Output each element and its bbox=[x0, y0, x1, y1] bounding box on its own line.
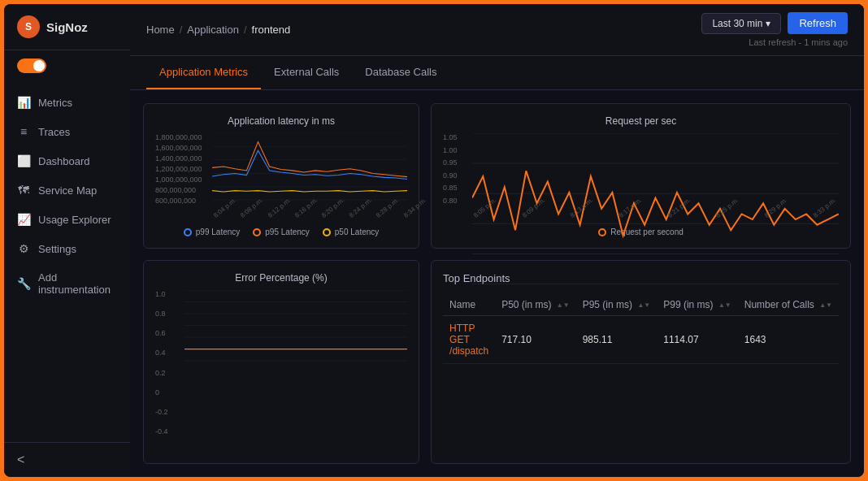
sidebar-item-add-instrumentation[interactable]: 🔧 Add instrumentation bbox=[4, 263, 130, 304]
time-selector-label: Last 30 min bbox=[712, 18, 762, 29]
sidebar-nav: 📊 Metrics ≡ Traces ⬜ Dashboard 🗺 Service… bbox=[4, 81, 130, 442]
col-p50[interactable]: P50 (in ms) ▲▼ bbox=[495, 294, 576, 316]
tab-external-calls[interactable]: External Calls bbox=[261, 56, 352, 89]
sidebar-item-metrics-label: Metrics bbox=[38, 97, 72, 109]
endpoint-p50: 717.10 bbox=[495, 316, 576, 364]
legend-p99: p99 Latency bbox=[184, 228, 241, 236]
sort-arrows-p99: ▲▼ bbox=[718, 301, 731, 309]
sort-arrows-p50: ▲▼ bbox=[557, 301, 570, 309]
endpoint-link[interactable]: HTTP GET /dispatch bbox=[449, 323, 488, 357]
sort-arrows-p95: ▲▼ bbox=[637, 301, 650, 309]
table-row: HTTP GET /dispatch 717.10 985.11 1114.07… bbox=[443, 316, 839, 364]
requests-chart-card: Request per sec 1.05 1.00 0.95 0.90 0.85… bbox=[431, 103, 851, 249]
sidebar-bottom: < bbox=[4, 442, 130, 477]
endpoints-card: Top Endpoints Name P50 (in ms) ▲▼ bbox=[431, 260, 851, 464]
last-refresh-label: Last refresh - 1 mins ago bbox=[749, 37, 848, 47]
error-chart-title: Error Percentage (%) bbox=[155, 272, 407, 284]
app-name: SigNoz bbox=[46, 20, 88, 34]
latency-chart-container: 1,800,000,000 1,600,000,000 1,400,000,00… bbox=[155, 133, 407, 221]
main-content: Home / Application / frontend Last 30 mi… bbox=[130, 4, 864, 477]
endpoint-p99: 1114.07 bbox=[657, 316, 738, 364]
latency-legend: p99 Latency p95 Latency p50 Latency bbox=[155, 228, 407, 236]
breadcrumb-current: frontend bbox=[252, 24, 291, 36]
sidebar-item-usage-explorer[interactable]: 📈 Usage Explorer bbox=[4, 205, 130, 234]
legend-p95-dot bbox=[253, 228, 261, 236]
latency-x-axis: 8:04 p.m. 8:08 p.m. 8:12 p.m. 8:16 p.m. … bbox=[212, 214, 407, 221]
breadcrumb-home[interactable]: Home bbox=[146, 24, 175, 36]
header: Home / Application / frontend Last 30 mi… bbox=[130, 4, 864, 56]
legend-p99-dot bbox=[184, 228, 192, 236]
requests-x-axis: 8:05 p.m. 8:09 p.m. 8:13 p.m. 8:17 p.m. … bbox=[472, 214, 839, 221]
col-name: Name bbox=[443, 294, 495, 316]
tab-application-metrics[interactable]: Application Metrics bbox=[146, 56, 261, 89]
col-calls[interactable]: Number of Calls ▲▼ bbox=[738, 294, 839, 316]
service-map-icon: 🗺 bbox=[17, 184, 30, 197]
logo-icon: S bbox=[17, 15, 40, 38]
time-selector[interactable]: Last 30 min ▾ bbox=[701, 13, 781, 34]
tab-database-calls[interactable]: Database Calls bbox=[352, 56, 449, 89]
latency-y-axis: 1,800,000,000 1,600,000,000 1,400,000,00… bbox=[155, 133, 202, 205]
sidebar-item-add-instrumentation-label: Add instrumentation bbox=[38, 271, 117, 296]
endpoint-calls: 1643 bbox=[738, 316, 839, 364]
theme-toggle[interactable] bbox=[17, 58, 46, 73]
sidebar-collapse-button[interactable]: < bbox=[17, 453, 24, 466]
error-chart-svg bbox=[184, 290, 407, 375]
breadcrumb-app[interactable]: Application bbox=[187, 24, 239, 36]
latency-chart-title: Application latency in ms bbox=[155, 115, 407, 127]
sidebar-item-service-map-label: Service Map bbox=[38, 184, 97, 197]
sidebar-item-metrics[interactable]: 📊 Metrics bbox=[4, 88, 130, 117]
sidebar-item-dashboard-label: Dashboard bbox=[38, 155, 90, 167]
endpoints-table: Name P50 (in ms) ▲▼ P95 (in ms) ▲▼ bbox=[443, 294, 839, 364]
requests-chart-title: Request per sec bbox=[443, 115, 839, 127]
settings-icon: ⚙ bbox=[17, 242, 30, 255]
header-controls: Last 30 min ▾ Refresh Last refresh - 1 m… bbox=[701, 12, 848, 47]
dashboard-icon: ⬜ bbox=[17, 154, 30, 167]
chevron-down-icon: ▾ bbox=[766, 18, 770, 29]
sidebar-item-settings-label: Settings bbox=[38, 243, 76, 255]
header-top-controls: Last 30 min ▾ Refresh bbox=[701, 12, 848, 34]
error-chart-container: 1.0 0.8 0.6 0.4 0.2 0 -0.2 -0.4 bbox=[155, 290, 407, 452]
legend-p50: p50 Latency bbox=[323, 228, 380, 236]
breadcrumb-sep-2: / bbox=[244, 24, 247, 36]
breadcrumb-sep-1: / bbox=[180, 24, 183, 36]
legend-p95: p95 Latency bbox=[253, 228, 310, 236]
tabs-bar: Application Metrics External Calls Datab… bbox=[130, 56, 864, 90]
requests-y-axis: 1.05 1.00 0.95 0.90 0.85 0.80 bbox=[443, 133, 469, 205]
legend-p50-dot bbox=[323, 228, 331, 236]
sidebar-item-usage-explorer-label: Usage Explorer bbox=[38, 214, 111, 226]
latency-chart-card: Application latency in ms 1,800,000,000 … bbox=[143, 103, 419, 249]
add-instrumentation-icon: 🔧 bbox=[17, 277, 30, 290]
sidebar-item-traces[interactable]: ≡ Traces bbox=[4, 117, 130, 146]
sidebar-item-service-map[interactable]: 🗺 Service Map bbox=[4, 176, 130, 205]
breadcrumb: Home / Application / frontend bbox=[146, 24, 290, 36]
charts-area: Application latency in ms 1,800,000,000 … bbox=[130, 90, 864, 477]
metrics-icon: 📊 bbox=[17, 96, 30, 109]
sidebar-logo: S SigNoz bbox=[4, 4, 130, 50]
sidebar-item-dashboard[interactable]: ⬜ Dashboard bbox=[4, 146, 130, 176]
col-p95[interactable]: P95 (in ms) ▲▼ bbox=[576, 294, 658, 316]
endpoint-name: HTTP GET /dispatch bbox=[443, 316, 495, 364]
sort-arrows-calls: ▲▼ bbox=[819, 301, 832, 309]
refresh-button[interactable]: Refresh bbox=[788, 12, 848, 34]
error-chart-card: Error Percentage (%) 1.0 0.8 0.6 0.4 0.2… bbox=[143, 260, 419, 464]
sidebar: S SigNoz 📊 Metrics ≡ Traces ⬜ Dashboard bbox=[4, 4, 130, 477]
error-y-axis: 1.0 0.8 0.6 0.4 0.2 0 -0.2 -0.4 bbox=[155, 290, 168, 436]
sidebar-item-settings[interactable]: ⚙ Settings bbox=[4, 234, 130, 263]
sidebar-item-traces-label: Traces bbox=[38, 126, 70, 138]
traces-icon: ≡ bbox=[17, 125, 30, 138]
endpoint-p95: 985.11 bbox=[576, 316, 658, 364]
requests-chart-container: 1.05 1.00 0.95 0.90 0.85 0.80 bbox=[443, 133, 839, 221]
usage-explorer-icon: 📈 bbox=[17, 213, 30, 226]
col-p99[interactable]: P99 (in ms) ▲▼ bbox=[657, 294, 738, 316]
